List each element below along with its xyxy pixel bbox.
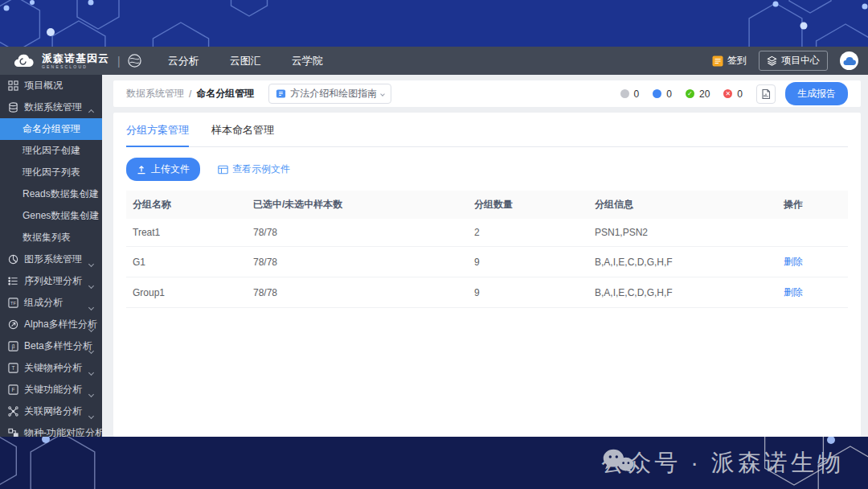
chevron-down-icon: [89, 279, 93, 290]
view-example-file-label: 查看示例文件: [232, 162, 290, 176]
upload-file-button[interactable]: 上传文件: [126, 158, 200, 181]
delete-link[interactable]: 删除: [784, 286, 803, 298]
sidebar-item-label: 关联网络分析: [24, 405, 82, 418]
sidebar-item-label: 关键功能分析: [24, 383, 82, 397]
sidebar-item-genes-dataset-create[interactable]: Genes数据集创建: [0, 205, 102, 227]
project-center-button[interactable]: 项目中心: [759, 51, 828, 71]
col-group-info: 分组信息: [588, 191, 777, 219]
beta-box-icon: β: [8, 341, 18, 351]
table-header-row: 分组名称 已选中/未选中样本数 分组数量 分组信息 操作: [126, 191, 848, 219]
chevron-down-icon: [89, 388, 93, 399]
nav-cloud-academy[interactable]: 云学院: [290, 54, 325, 68]
sidebar-item-label: Reads数据集创建: [23, 187, 99, 201]
sidebar-item-beta-diversity-analysis[interactable]: β Beta多样性分析: [0, 335, 102, 357]
status-running[interactable]: 0: [653, 88, 672, 100]
brand-subname: GENESCLOUD: [42, 65, 109, 69]
breadcrumb-parent[interactable]: 数据系统管理: [126, 87, 184, 101]
sidebar-item-reads-dataset-create[interactable]: Reads数据集创建: [0, 183, 102, 205]
chevron-down-icon: [89, 257, 93, 269]
sidebar-item-label: 组成分析: [24, 296, 63, 310]
sidebar-item-physicochemical-factor-list[interactable]: 理化因子列表: [0, 162, 102, 183]
sidebar-item-graphic-system-management[interactable]: 图形系统管理: [0, 249, 102, 270]
svg-text:F: F: [12, 387, 15, 392]
col-group-count: 分组数量: [468, 191, 588, 219]
sidebar-item-alpha-diversity-analysis[interactable]: Alpha多样性分析: [0, 314, 102, 335]
sidebar-item-composition-analysis[interactable]: TF 组成分析: [0, 292, 102, 314]
table-row: Treat1 78/78 2 PSN1,PSN2: [126, 219, 848, 247]
view-example-file-link[interactable]: 查看示例文件: [218, 162, 290, 176]
status-failed[interactable]: ✕ 0: [723, 88, 743, 100]
calendar-icon: [712, 55, 723, 67]
cell-group-count: 9: [468, 247, 588, 277]
sidebar-item-label: 关键物种分析: [24, 361, 82, 375]
chevron-down-icon: [89, 366, 93, 377]
sidebar-item-species-function-mapping-analysis[interactable]: 物种-功能对应分析: [0, 422, 102, 437]
cell-group-info: PSN1,PSN2: [588, 219, 777, 247]
sidebar-item-correlation-network-analysis[interactable]: 关联网络分析: [0, 401, 102, 422]
table-row: Group1 78/78 9 B,A,I,E,C,D,G,H,F 删除: [126, 277, 848, 308]
avatar[interactable]: [840, 51, 858, 70]
cell-samples: 78/78: [247, 247, 468, 277]
group-table: 分组名称 已选中/未选中样本数 分组数量 分组信息 操作 Treat1 78/7…: [126, 191, 848, 308]
method-guide-dropdown[interactable]: 方法介绍和绘图指南: [268, 84, 391, 104]
cell-actions: [777, 219, 848, 247]
bottom-decorative-band: 公众号 · 派森诺生物: [0, 437, 868, 489]
book-icon: [276, 88, 286, 99]
cell-actions: 删除: [777, 277, 848, 308]
sidebar-item-key-species-analysis[interactable]: T 关键物种分析: [0, 357, 102, 379]
queued-count: 0: [634, 88, 640, 100]
checkin-button[interactable]: 签到: [712, 54, 747, 68]
table-row: G1 78/78 9 B,A,I,E,C,D,G,H,F 删除: [126, 247, 848, 277]
wechat-icon: [601, 447, 635, 473]
f-box-icon: F: [8, 384, 18, 395]
grid-icon: [8, 80, 18, 91]
sidebar-item-label: 数据系统管理: [24, 101, 82, 114]
database-icon: [8, 102, 18, 113]
chevron-down-icon: [89, 301, 93, 312]
method-guide-label: 方法介绍和绘图指南: [290, 87, 377, 101]
x-circle-icon: ✕: [723, 89, 732, 98]
nav-cloud-analysis[interactable]: 云分析: [166, 54, 201, 68]
main-card: 分组方案管理 样本命名管理 上传文件 查看示例文件: [113, 113, 861, 437]
chevron-down-icon: [89, 409, 93, 421]
sidebar-item-label: 理化因子创建: [23, 144, 80, 158]
checkin-label: 签到: [727, 54, 747, 68]
nav-cloud-charts[interactable]: 云图汇: [228, 54, 263, 68]
page: 派森诺基因云 GENESCLOUD | 云分析 云图汇 云学院 签到: [0, 0, 868, 489]
sidebar-item-label: 序列处理分析: [24, 274, 82, 288]
chart-icon: [8, 254, 18, 265]
brand-divider: |: [117, 55, 121, 68]
chevron-down-icon: [89, 431, 93, 437]
list-icon: [8, 276, 18, 286]
sidebar-item-data-system-management[interactable]: 数据系统管理: [0, 97, 102, 118]
tab-sample-naming-management[interactable]: 样本命名管理: [211, 123, 274, 146]
sidebar-item-naming-group-management[interactable]: 命名分组管理: [0, 118, 102, 140]
main-nav: 云分析 云图汇 云学院: [166, 54, 325, 68]
col-group-name: 分组名称: [126, 191, 247, 219]
status-completed[interactable]: ✓ 20: [686, 88, 710, 100]
brand-name: 派森诺基因云: [42, 53, 109, 64]
delete-link[interactable]: 删除: [784, 256, 803, 267]
watermark-text: 公众号 · 派森诺生物: [601, 447, 844, 479]
sidebar-item-dataset-list[interactable]: 数据集列表: [0, 227, 102, 249]
sidebar-item-label: Alpha多样性分析: [24, 318, 97, 331]
sidebar-item-key-function-analysis[interactable]: F 关键功能分析: [0, 379, 102, 401]
running-dot-icon: [653, 89, 661, 98]
breadcrumb-current: 命名分组管理: [196, 87, 254, 101]
sidebar-item-sequence-processing-analysis[interactable]: 序列处理分析: [0, 270, 102, 292]
generate-report-button[interactable]: 生成报告: [785, 82, 848, 105]
sidebar-item-project-overview[interactable]: 项目概况: [0, 75, 102, 97]
brand-logo[interactable]: 派森诺基因云 GENESCLOUD |: [0, 52, 142, 70]
report-document-icon: [760, 88, 772, 100]
report-preview-button[interactable]: [756, 84, 776, 104]
t-box-icon: T: [8, 363, 18, 373]
tab-grouping-scheme-management[interactable]: 分组方案管理: [126, 123, 189, 147]
sidebar-item-physicochemical-factor-create[interactable]: 理化因子创建: [0, 140, 102, 162]
layers-icon: [767, 55, 777, 66]
status-queued[interactable]: 0: [620, 88, 640, 100]
hexagon-pattern-top: [0, 0, 868, 47]
top-decorative-band: [0, 0, 868, 47]
content-area: 数据系统管理 / 命名分组管理 方法介绍和绘图指南 0 0: [102, 75, 868, 437]
cell-group-name: G1: [126, 247, 247, 277]
chevron-down-icon: [89, 323, 93, 334]
